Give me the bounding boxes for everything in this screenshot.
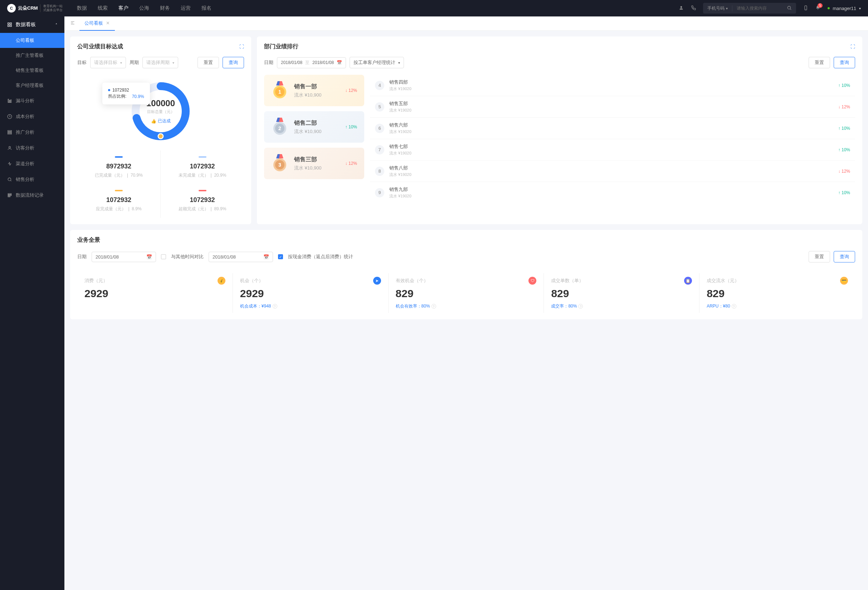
nav-item[interactable]: 客户 — [118, 5, 128, 12]
date-picker-2[interactable]: 2018/01/08📅 — [208, 252, 273, 262]
sidebar-item[interactable]: 推广分析 — [0, 124, 64, 140]
svg-rect-6 — [8, 25, 9, 26]
search-input[interactable] — [732, 6, 782, 11]
nav-item[interactable]: 公海 — [139, 5, 149, 12]
query-button[interactable]: 查询 — [834, 251, 855, 262]
cash-checkbox[interactable]: ✓ — [278, 254, 283, 259]
card-title: 公司业绩目标达成 — [77, 43, 123, 50]
phone-icon[interactable] — [691, 5, 696, 12]
chevron-up-icon: ˄ — [55, 23, 57, 27]
rank-row: 7销售七部流水 ¥19020↑ 10% — [370, 139, 855, 160]
sidebar-item[interactable]: 访客分析 — [0, 140, 64, 156]
sidebar-item[interactable]: 销售分析 — [0, 172, 64, 187]
overview-card: 业务全景 日期 2018/01/08📅 与其他时间对比 2018/01/08📅 … — [70, 230, 862, 319]
dashboard-icon — [7, 22, 12, 27]
metric-item: 成交单数（单）📋829成交率：80%? — [544, 273, 700, 313]
calendar-icon: 📅 — [146, 254, 152, 260]
nav-item[interactable]: 报名 — [201, 5, 211, 12]
nav-item[interactable]: 线索 — [98, 5, 108, 12]
cash-label: 按现金消费（返点后消费）统计 — [288, 253, 353, 260]
bell-icon[interactable]: 5 — [815, 5, 821, 12]
metric-item: 消费（元）💰2929 — [77, 273, 233, 313]
reset-button[interactable]: 重置 — [809, 57, 830, 68]
user-menu[interactable]: manager11 ▾ — [828, 6, 861, 11]
search-button[interactable] — [782, 5, 796, 12]
logo-subtitle: 教育机构一站式服务云平台 — [40, 4, 63, 12]
nav-item[interactable]: 财务 — [160, 5, 170, 12]
tab-company-board[interactable]: 公司看板 ✕ — [80, 16, 115, 31]
sidebar-item[interactable]: 客户经理看板 — [0, 78, 64, 93]
svg-rect-5 — [10, 23, 12, 24]
date-picker-1[interactable]: 2018/01/08📅 — [92, 252, 156, 262]
metric-icon: ➤ — [373, 277, 381, 285]
stat-type-select[interactable]: 按工单客户经理统计▾ — [350, 57, 404, 68]
logo[interactable]: C 云朵CRM 教育机构一站式服务云平台 — [7, 4, 63, 13]
sidebar-item[interactable]: 销售主管看板 — [0, 63, 64, 78]
query-button[interactable]: 查询 — [834, 57, 855, 68]
card-title: 业务全景 — [77, 236, 855, 244]
nav-item[interactable]: 运营 — [181, 5, 191, 12]
user-icon[interactable] — [679, 5, 684, 12]
svg-text:1: 1 — [278, 89, 281, 95]
help-icon[interactable]: ? — [273, 304, 277, 309]
menu-icon — [7, 99, 12, 103]
target-label: 目标 — [77, 59, 87, 66]
stat-item: 1072932未完成量（元）| 20.9% — [161, 150, 244, 184]
sidebar-item[interactable]: 成本分析 — [0, 109, 64, 124]
sidebar-item[interactable]: 数据流转记录 — [0, 187, 64, 203]
calendar-icon: 📅 — [263, 254, 269, 260]
reset-button[interactable]: 重置 — [198, 57, 219, 68]
expand-icon[interactable]: ⛶ — [850, 44, 855, 49]
period-select[interactable]: 请选择周期▾ — [142, 57, 178, 68]
metric-icon: 📋 — [684, 277, 692, 285]
metric-item: 有效机会（个）🛡829机会有效率：80%? — [388, 273, 544, 313]
metric-item: 机会（个）➤2929机会成本：¥948? — [233, 273, 388, 313]
menu-icon — [7, 146, 12, 150]
reset-button[interactable]: 重置 — [809, 251, 830, 262]
sidebar: 数据看板 ˄ 公司看板推广主管看板销售主管看板客户经理看板 漏斗分析成本分析推广… — [0, 16, 64, 590]
search-type-select[interactable]: 手机号码▾ — [703, 5, 732, 12]
date-label: 日期 — [264, 59, 273, 66]
metric-icon: 🛡 — [528, 277, 536, 285]
donut-total: 100000 — [146, 99, 175, 108]
rank-row: 8销售八部流水 ¥19020↓ 12% — [370, 160, 855, 182]
username: manager11 — [833, 6, 856, 11]
collapse-sidebar-button[interactable] — [70, 21, 75, 26]
rank-card: 2销售二部流水 ¥10,900↑ 10% — [264, 111, 364, 143]
menu-icon — [7, 114, 12, 119]
close-icon[interactable]: ✕ — [106, 21, 110, 26]
sidebar-item[interactable]: 推广主管看板 — [0, 48, 64, 63]
chevron-down-icon: ▾ — [859, 6, 861, 10]
date-range-picker[interactable]: 2018/01/08至2018/01/08 📅 — [277, 57, 346, 68]
metric-icon: 💰 — [217, 277, 226, 285]
svg-point-0 — [681, 6, 682, 8]
help-icon[interactable]: ? — [732, 304, 736, 309]
help-icon[interactable]: ? — [431, 304, 436, 309]
svg-text:2: 2 — [278, 125, 281, 131]
menu-icon — [7, 161, 12, 166]
stat-item: 1072932超额完成（元）| 89.9% — [161, 184, 244, 218]
period-label: 周期 — [130, 59, 139, 66]
achieved-badge: 👍已达成 — [151, 118, 171, 124]
chart-tooltip: 1072932 所占比例: 70.9% — [102, 82, 150, 104]
target-card: 公司业绩目标达成 ⛶ 目标 请选择目标▾ 周期 请选择周期▾ 重置 查询 107… — [70, 37, 251, 224]
tab-bar: 公司看板 ✕ — [64, 16, 868, 31]
menu-icon — [7, 177, 12, 182]
sidebar-item[interactable]: 公司看板 — [0, 33, 64, 48]
mobile-icon[interactable] — [803, 5, 808, 12]
target-select[interactable]: 请选择目标▾ — [90, 57, 126, 68]
expand-icon[interactable]: ⛶ — [239, 44, 244, 49]
sidebar-group-header[interactable]: 数据看板 ˄ — [0, 16, 64, 33]
rank-row: 9销售九部流水 ¥19020↑ 10% — [370, 182, 855, 203]
nav-item[interactable]: 数据 — [77, 5, 87, 12]
compare-checkbox[interactable] — [161, 254, 166, 259]
sidebar-item[interactable]: 漏斗分析 — [0, 93, 64, 109]
svg-point-13 — [158, 134, 163, 139]
chevron-down-icon: ▾ — [398, 61, 400, 65]
chevron-down-icon: ▾ — [120, 61, 122, 65]
rank-row: 6销售六部流水 ¥19020↑ 10% — [370, 118, 855, 139]
query-button[interactable]: 查询 — [223, 57, 244, 68]
menu-icon — [7, 193, 12, 198]
sidebar-item[interactable]: 渠道分析 — [0, 156, 64, 172]
help-icon[interactable]: ? — [578, 304, 583, 309]
